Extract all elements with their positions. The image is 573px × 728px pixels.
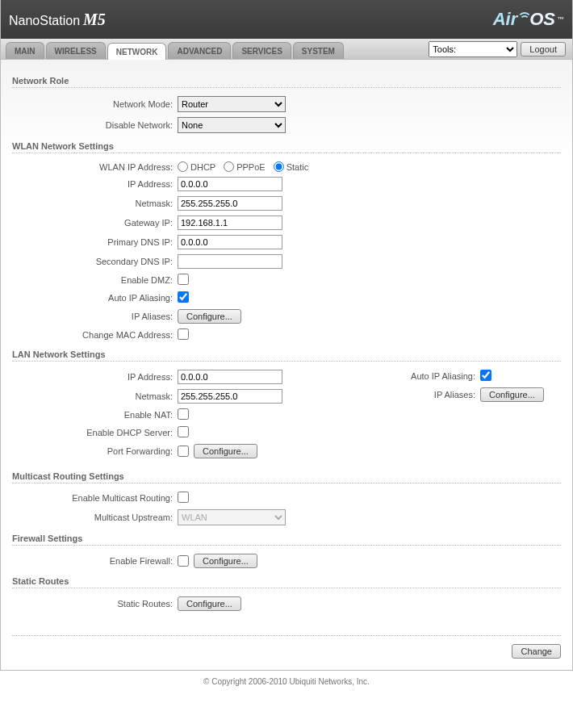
brand: NanoStation M5 bbox=[9, 10, 106, 29]
logo-air: Air bbox=[493, 9, 518, 30]
lan-auto-ip-aliasing-checkbox[interactable] bbox=[480, 370, 491, 381]
wlan-gateway-input[interactable] bbox=[178, 215, 282, 230]
copyright: © Copyright 2006-2010 Ubiquiti Networks,… bbox=[0, 671, 573, 696]
static-routes-label: Static Routes: bbox=[12, 599, 178, 609]
tab-advanced[interactable]: ADVANCED bbox=[168, 42, 231, 59]
wlan-ip-aliases-configure-button[interactable]: Configure... bbox=[178, 309, 241, 324]
disable-network-select[interactable]: None bbox=[178, 117, 286, 133]
firewall-enable-checkbox[interactable] bbox=[178, 555, 189, 567]
wlan-ip-dhcp-label: DHCP bbox=[190, 162, 215, 172]
wlan-primary-dns-label: Primary DNS IP: bbox=[12, 237, 178, 247]
wlan-auto-ip-aliasing-checkbox[interactable] bbox=[178, 291, 189, 303]
wlan-enable-dmz-label: Enable DMZ: bbox=[12, 275, 178, 285]
multicast-upstream-label: Multicast Upstream: bbox=[12, 513, 178, 522]
wlan-ip-radio-static[interactable] bbox=[274, 161, 284, 172]
section-lan-title: LAN Network Settings bbox=[12, 349, 561, 359]
multicast-enable-checkbox[interactable] bbox=[178, 492, 189, 503]
lan-netmask-input[interactable] bbox=[178, 389, 282, 404]
wlan-secondary-dns-label: Secondary DNS IP: bbox=[12, 257, 178, 266]
wlan-auto-ip-aliasing-label: Auto IP Aliasing: bbox=[12, 293, 178, 303]
airos-logo: AirOS™ bbox=[493, 9, 564, 30]
multicast-enable-label: Enable Multicast Routing: bbox=[12, 493, 178, 503]
lan-port-forwarding-label: Port Forwarding: bbox=[12, 446, 178, 456]
section-multicast-title: Multicast Routing Settings bbox=[12, 471, 561, 481]
wlan-ip-label: WLAN IP Address: bbox=[12, 162, 178, 172]
logout-button[interactable]: Logout bbox=[521, 42, 566, 56]
tab-main[interactable]: MAIN bbox=[6, 42, 44, 59]
lan-port-forwarding-checkbox[interactable] bbox=[178, 446, 189, 457]
static-routes-configure-button[interactable]: Configure... bbox=[178, 596, 241, 611]
section-firewall-title: Firewall Settings bbox=[12, 533, 561, 543]
network-mode-select[interactable]: Router bbox=[178, 96, 286, 112]
wlan-netmask-input[interactable] bbox=[178, 196, 282, 211]
wifi-icon bbox=[517, 14, 529, 25]
header: NanoStation M5 AirOS™ bbox=[1, 0, 572, 39]
lan-ip-aliases-label: IP Aliases: bbox=[359, 390, 480, 400]
lan-enable-dhcp-checkbox[interactable] bbox=[178, 426, 189, 437]
wlan-ip-radio-dhcp[interactable] bbox=[178, 161, 188, 172]
wlan-enable-dmz-checkbox[interactable] bbox=[178, 274, 189, 285]
firewall-enable-label: Enable Firewall: bbox=[12, 556, 178, 566]
wlan-gateway-label: Gateway IP: bbox=[12, 218, 178, 228]
lan-port-forwarding-configure-button[interactable]: Configure... bbox=[194, 444, 257, 458]
wlan-secondary-dns-input[interactable] bbox=[178, 254, 282, 269]
wlan-ip-pppoe-label: PPPoE bbox=[236, 162, 265, 172]
wlan-ip-radio-pppoe[interactable] bbox=[224, 161, 234, 172]
disable-network-label: Disable Network: bbox=[12, 120, 178, 130]
logo-tm: ™ bbox=[557, 15, 564, 23]
tab-bar: MAIN WIRELESS NETWORK ADVANCED SERVICES … bbox=[1, 39, 572, 60]
section-wlan-title: WLAN Network Settings bbox=[12, 141, 561, 151]
lan-netmask-label: Netmask: bbox=[12, 391, 178, 401]
tab-services[interactable]: SERVICES bbox=[232, 42, 291, 59]
section-static-routes-title: Static Routes bbox=[12, 576, 561, 586]
multicast-upstream-select: WLAN bbox=[178, 509, 286, 525]
change-button[interactable]: Change bbox=[512, 644, 561, 659]
lan-enable-nat-checkbox[interactable] bbox=[178, 408, 189, 420]
wlan-netmask-label: Netmask: bbox=[12, 199, 178, 208]
wlan-ipaddr-input[interactable] bbox=[178, 177, 282, 191]
network-mode-label: Network Mode: bbox=[12, 99, 178, 109]
tab-network[interactable]: NETWORK bbox=[107, 43, 167, 60]
tab-wireless[interactable]: WIRELESS bbox=[46, 42, 106, 59]
wlan-ip-aliases-label: IP Aliases: bbox=[12, 312, 178, 321]
logo-os: OS bbox=[529, 9, 555, 30]
wlan-change-mac-label: Change MAC Address: bbox=[12, 330, 178, 340]
lan-ip-aliases-configure-button[interactable]: Configure... bbox=[480, 387, 544, 402]
lan-auto-ip-aliasing-label: Auto IP Aliasing: bbox=[359, 371, 480, 381]
section-network-role-title: Network Role bbox=[12, 76, 561, 86]
wlan-primary-dns-input[interactable] bbox=[178, 235, 282, 249]
lan-enable-nat-label: Enable NAT: bbox=[12, 410, 178, 420]
wlan-ipaddr-label: IP Address: bbox=[12, 179, 178, 189]
tab-system[interactable]: SYSTEM bbox=[293, 42, 344, 59]
firewall-configure-button[interactable]: Configure... bbox=[194, 554, 257, 568]
wlan-ip-static-label: Static bbox=[286, 162, 309, 172]
brand-name: NanoStation bbox=[9, 14, 80, 28]
lan-ipaddr-input[interactable] bbox=[178, 370, 282, 384]
brand-model: M5 bbox=[83, 10, 106, 29]
tools-select[interactable]: Tools: bbox=[429, 41, 517, 57]
wlan-change-mac-checkbox[interactable] bbox=[178, 328, 189, 340]
lan-ipaddr-label: IP Address: bbox=[12, 372, 178, 382]
lan-enable-dhcp-label: Enable DHCP Server: bbox=[12, 428, 178, 437]
